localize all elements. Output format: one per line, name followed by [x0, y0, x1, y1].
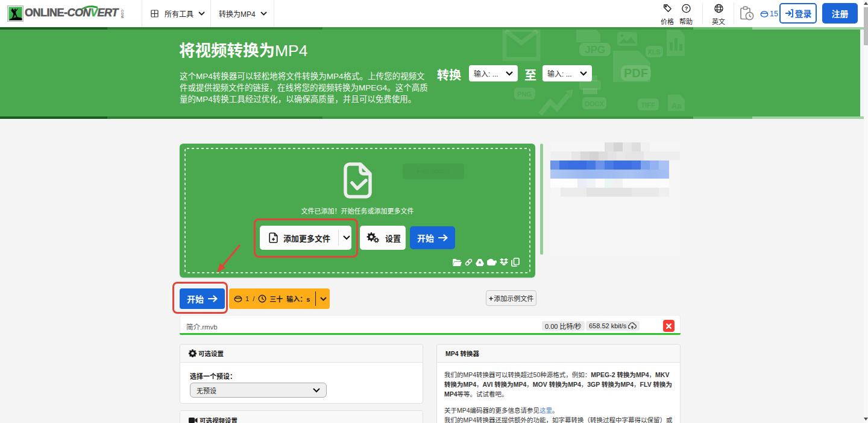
svg-text:PDF: PDF — [624, 66, 648, 80]
svg-text:?: ? — [684, 5, 688, 11]
svg-text:Aa: Aa — [671, 101, 682, 110]
svg-text:PNG: PNG — [517, 91, 532, 98]
svg-text:TIFF: TIFF — [641, 101, 655, 109]
svg-text:DOCX: DOCX — [585, 100, 604, 107]
svg-text:JPG: JPG — [585, 44, 605, 56]
svg-text:XLS: XLS — [647, 48, 660, 56]
